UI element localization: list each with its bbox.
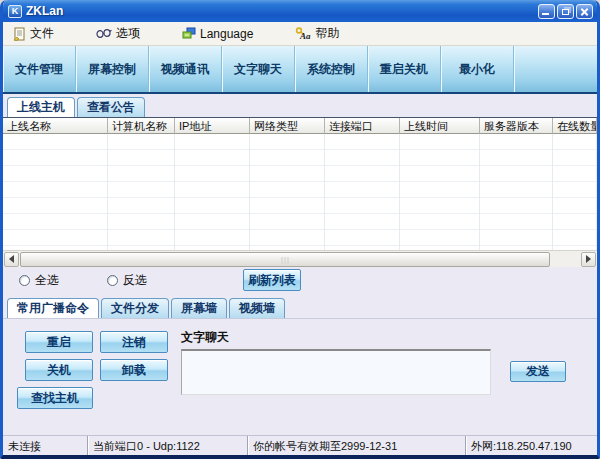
status-port: 当前端口0 - Udp:1122 (88, 436, 248, 455)
language-icon (182, 27, 196, 40)
send-button[interactable]: 发送 (510, 361, 566, 382)
toolbar-screen-control-button[interactable]: 屏幕控制 (76, 46, 149, 92)
command-tabstrip: 常用广播命令 文件分发 屏幕墙 视频墙 (3, 295, 597, 319)
menu-file[interactable]: 文件 (9, 23, 58, 44)
col-server-version[interactable]: 服务器版本 (480, 118, 553, 134)
invert-selection-radio[interactable]: 反选 (107, 272, 185, 289)
text-chat-label: 文字聊天 (181, 329, 229, 346)
uninstall-button[interactable]: 卸载 (100, 359, 168, 381)
toolbar-system-control-button[interactable]: 系统控制 (295, 46, 368, 92)
menu-help[interactable]: Aa 帮助 (291, 23, 343, 44)
status-external-ip: 外网:118.250.47.190 (466, 436, 597, 455)
col-connection-port[interactable]: 连接端口 (325, 118, 400, 134)
document-icon (13, 27, 26, 41)
command-panel: 重启 注销 关机 卸载 查找主机 文字聊天 发送 (3, 319, 597, 431)
col-computer-name[interactable]: 计算机名称 (108, 118, 175, 134)
col-online-time[interactable]: 上线时间 (400, 118, 480, 134)
menu-bar: 文件 选项 Language Aa 帮助 (3, 22, 597, 46)
horizontal-scrollbar[interactable] (3, 250, 597, 267)
col-online-count[interactable]: 在线数量 (553, 118, 597, 134)
menu-file-label: 文件 (30, 25, 54, 42)
tab-screen-wall[interactable]: 屏幕墙 (171, 298, 227, 318)
radio-icon (107, 275, 118, 286)
scrollbar-track[interactable] (20, 252, 580, 267)
radio-icon (19, 275, 30, 286)
toolbar-restart-shutdown-button[interactable]: 重启关机 (368, 46, 441, 92)
right-arrow-icon (586, 255, 591, 263)
host-table-header: 上线名称 计算机名称 IP地址 网络类型 连接端口 上线时间 服务器版本 在线数… (3, 118, 597, 134)
minimize-icon (542, 13, 549, 15)
tab-video-wall[interactable]: 视频墙 (229, 298, 285, 318)
select-all-radio[interactable]: 全选 (19, 272, 97, 289)
invert-selection-label: 反选 (123, 272, 147, 289)
restore-icon (562, 9, 569, 15)
close-button[interactable] (576, 4, 593, 19)
col-ip-address[interactable]: IP地址 (175, 118, 250, 134)
menu-language-label: Language (200, 27, 253, 41)
select-all-label: 全选 (35, 272, 59, 289)
minimize-button[interactable] (538, 4, 555, 19)
col-online-name[interactable]: 上线名称 (3, 118, 108, 134)
menu-options-label: 选项 (116, 25, 140, 42)
tab-file-distribution[interactable]: 文件分发 (101, 298, 169, 318)
app-window: K ZKLan 文件 选项 Language Aa 帮助 文件管理 屏幕控制 视… (0, 0, 600, 459)
toolbar-spacer (514, 46, 597, 92)
menu-options[interactable]: 选项 (92, 23, 144, 44)
chat-message-input[interactable] (181, 349, 491, 395)
menu-language[interactable]: Language (178, 25, 257, 43)
tab-online-hosts[interactable]: 上线主机 (7, 97, 75, 117)
left-arrow-icon (9, 255, 14, 263)
toolbar-text-chat-button[interactable]: 文字聊天 (222, 46, 295, 92)
tab-view-announcements[interactable]: 查看公告 (77, 97, 145, 117)
col-network-type[interactable]: 网络类型 (250, 118, 325, 134)
app-icon: K (8, 5, 22, 18)
svg-text:Aa: Aa (299, 31, 311, 40)
scrollbar-grip-icon (282, 257, 289, 264)
help-key-icon: Aa (295, 27, 311, 40)
logout-button[interactable]: 注销 (100, 331, 168, 353)
scroll-left-button[interactable] (4, 252, 19, 267)
toolbar-file-management-button[interactable]: 文件管理 (3, 46, 76, 92)
selection-row: 全选 反选 刷新列表 (3, 267, 597, 293)
status-account-validity: 你的帐号有效期至2999-12-31 (248, 436, 466, 455)
find-host-button[interactable]: 查找主机 (17, 387, 93, 409)
restore-button[interactable] (557, 4, 574, 19)
window-title: ZKLan (26, 4, 63, 18)
host-tabstrip: 上线主机 查看公告 (3, 94, 597, 118)
host-table-body[interactable] (3, 134, 597, 250)
menu-help-label: 帮助 (315, 25, 339, 42)
restart-button[interactable]: 重启 (25, 331, 93, 353)
toolbar-minimize-button[interactable]: 最小化 (441, 46, 514, 92)
toolbar-video-comm-button[interactable]: 视频通讯 (149, 46, 222, 92)
glasses-icon (96, 28, 112, 39)
window-controls (538, 4, 593, 19)
main-toolbar: 文件管理 屏幕控制 视频通讯 文字聊天 系统控制 重启关机 最小化 (3, 46, 597, 94)
host-table: 上线名称 计算机名称 IP地址 网络类型 连接端口 上线时间 服务器版本 在线数… (3, 118, 597, 250)
tab-broadcast-commands[interactable]: 常用广播命令 (7, 298, 99, 318)
scroll-right-button[interactable] (581, 252, 596, 267)
status-connection: 未连接 (3, 436, 88, 455)
shutdown-button[interactable]: 关机 (25, 359, 93, 381)
status-bar: 未连接 当前端口0 - Udp:1122 你的帐号有效期至2999-12-31 … (3, 435, 597, 455)
scrollbar-thumb[interactable] (20, 252, 550, 267)
refresh-list-button[interactable]: 刷新列表 (243, 269, 301, 291)
title-bar[interactable]: K ZKLan (3, 0, 597, 22)
